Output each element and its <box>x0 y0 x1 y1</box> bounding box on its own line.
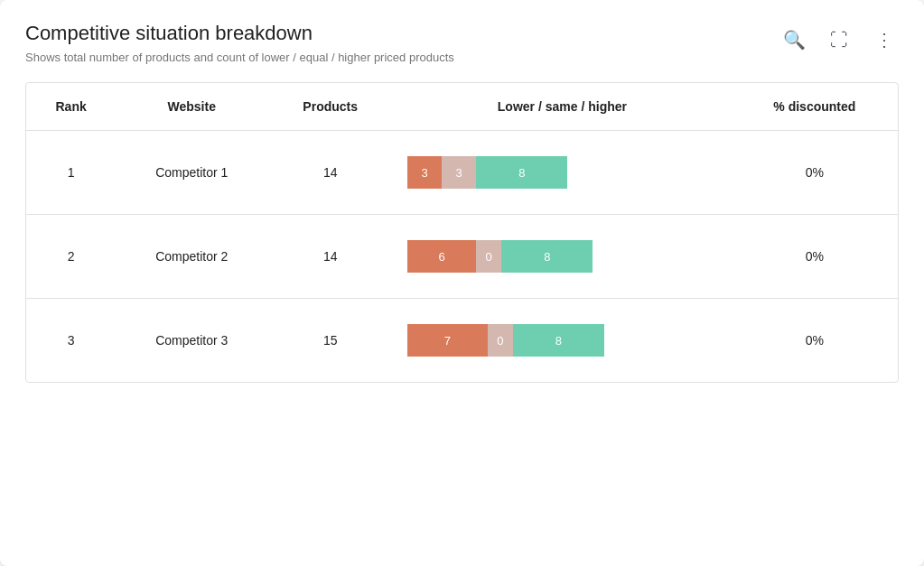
card-header: Competitive situation breakdown Shows to… <box>25 22 899 64</box>
col-discounted: % discounted <box>732 83 898 131</box>
cell-website: Competitor 2 <box>116 215 267 299</box>
bar-lower: 7 <box>407 324 488 357</box>
search-icon[interactable]: 🔍 <box>779 25 808 54</box>
cell-products: 14 <box>267 215 393 299</box>
header-left: Competitive situation breakdown Shows to… <box>25 22 454 64</box>
bar-same: 0 <box>488 324 513 357</box>
bar-higher: 8 <box>476 156 567 189</box>
bar-same: 3 <box>442 156 476 189</box>
table-header-row: Rank Website Products Lower / same / hig… <box>26 83 898 131</box>
bar-higher: 8 <box>501 240 593 273</box>
cell-bar: 3 3 8 <box>393 131 732 215</box>
bar-same: 0 <box>476 240 501 273</box>
card: Competitive situation breakdown Shows to… <box>0 0 924 566</box>
fullscreen-icon[interactable]: ⛶ <box>825 25 854 54</box>
cell-bar: 7 0 8 <box>393 299 732 383</box>
table-row: 3 Competitor 3 15 7 0 8 0% <box>26 299 898 383</box>
table-wrapper: Rank Website Products Lower / same / hig… <box>25 82 899 383</box>
bar-lower: 6 <box>407 240 476 273</box>
col-rank: Rank <box>26 83 116 131</box>
cell-discounted: 0% <box>732 299 898 383</box>
bar-container: 3 3 8 <box>407 156 717 189</box>
cell-discounted: 0% <box>732 131 898 215</box>
col-products: Products <box>267 83 393 131</box>
table-row: 1 Competitor 1 14 3 3 8 0% <box>26 131 898 215</box>
table-row: 2 Competitor 2 14 6 0 8 0% <box>26 215 898 299</box>
cell-products: 14 <box>267 131 393 215</box>
header-icons: 🔍 ⛶ ⋮ <box>779 25 899 54</box>
bar-container: 7 0 8 <box>407 324 717 357</box>
cell-products: 15 <box>267 299 393 383</box>
cell-rank: 1 <box>26 131 116 215</box>
card-title: Competitive situation breakdown <box>25 22 454 45</box>
more-icon[interactable]: ⋮ <box>870 25 899 54</box>
data-table: Rank Website Products Lower / same / hig… <box>26 83 898 382</box>
cell-rank: 2 <box>26 215 116 299</box>
card-subtitle: Shows total number of products and count… <box>25 51 454 64</box>
cell-rank: 3 <box>26 299 116 383</box>
col-lower-same-higher: Lower / same / higher <box>393 83 732 131</box>
bar-higher: 8 <box>513 324 604 357</box>
cell-website: Competitor 3 <box>116 299 267 383</box>
bar-container: 6 0 8 <box>407 240 717 273</box>
cell-website: Competitor 1 <box>116 131 267 215</box>
cell-bar: 6 0 8 <box>393 215 732 299</box>
col-website: Website <box>116 83 267 131</box>
bar-lower: 3 <box>407 156 442 189</box>
cell-discounted: 0% <box>732 215 898 299</box>
